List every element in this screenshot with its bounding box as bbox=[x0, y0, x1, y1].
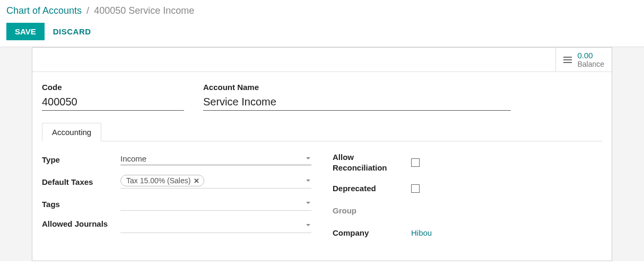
default-taxes-input[interactable]: Tax 15.00% (Sales) ✕ bbox=[120, 175, 311, 189]
chevron-down-icon bbox=[306, 202, 310, 204]
tags-input[interactable] bbox=[120, 197, 311, 211]
hamburger-icon bbox=[563, 57, 572, 63]
group-label: Group bbox=[333, 206, 411, 215]
allow-reconciliation-checkbox[interactable] bbox=[411, 158, 420, 167]
balance-stat-button[interactable]: 0.00 Balance bbox=[555, 48, 612, 72]
type-label: Type bbox=[42, 155, 120, 164]
chevron-down-icon bbox=[306, 224, 310, 226]
breadcrumb-current: 400050 Service Income bbox=[94, 5, 194, 16]
company-link[interactable]: Hibou bbox=[411, 228, 432, 237]
chevron-down-icon bbox=[306, 180, 310, 182]
deprecated-checkbox[interactable] bbox=[411, 184, 420, 193]
close-icon[interactable]: ✕ bbox=[194, 177, 199, 185]
type-value: Income bbox=[120, 154, 306, 163]
balance-label: Balance bbox=[577, 60, 604, 68]
breadcrumb-separator: / bbox=[86, 5, 89, 16]
code-label: Code bbox=[42, 83, 184, 92]
code-input[interactable] bbox=[42, 95, 184, 111]
deprecated-label: Deprecated bbox=[333, 184, 411, 193]
type-select[interactable]: Income bbox=[120, 154, 311, 165]
default-taxes-label: Default Taxes bbox=[42, 177, 120, 186]
tax-tag-label: Tax 15.00% (Sales) bbox=[126, 176, 190, 185]
allowed-journals-input[interactable] bbox=[120, 219, 311, 233]
tab-accounting[interactable]: Accounting bbox=[42, 123, 101, 141]
account-name-label: Account Name bbox=[203, 83, 511, 92]
tags-label: Tags bbox=[42, 200, 120, 209]
balance-value: 0.00 bbox=[577, 51, 604, 60]
allow-reconciliation-label: Allow Reconciliation bbox=[333, 152, 411, 174]
tax-tag: Tax 15.00% (Sales) ✕ bbox=[120, 175, 204, 186]
account-name-input[interactable] bbox=[203, 95, 511, 111]
discard-button[interactable]: DISCARD bbox=[53, 27, 91, 36]
save-button[interactable]: SAVE bbox=[6, 23, 45, 40]
company-label: Company bbox=[333, 228, 411, 237]
breadcrumb: Chart of Accounts / 400050 Service Incom… bbox=[6, 5, 638, 16]
chevron-down-icon bbox=[306, 157, 310, 159]
breadcrumb-parent-link[interactable]: Chart of Accounts bbox=[6, 5, 82, 16]
form-sheet: 0.00 Balance Code Account Name Accountin… bbox=[32, 47, 612, 261]
allowed-journals-label: Allowed Journals bbox=[42, 219, 120, 229]
